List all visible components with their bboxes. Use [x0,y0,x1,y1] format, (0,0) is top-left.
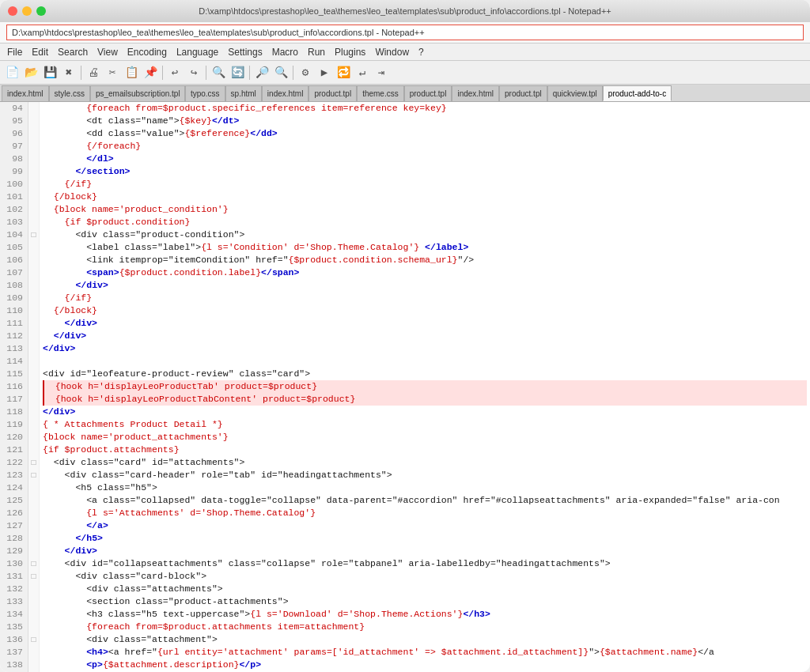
fold-marker[interactable] [28,115,39,127]
menu-item-plugins[interactable]: Plugins [331,46,369,59]
menu-item-edit[interactable]: Edit [28,46,52,59]
fold-marker[interactable] [28,368,39,380]
code-line: </div> [43,317,807,330]
copy-btn[interactable]: 📋 [123,64,140,81]
print-btn[interactable]: 🖨 [85,64,102,81]
tab-1[interactable]: style.css [49,85,90,101]
menu-item-settings[interactable]: Settings [224,46,266,59]
fold-marker[interactable] [28,254,39,266]
undo-btn[interactable]: ↩ [166,64,184,81]
zoom-out-btn[interactable]: 🔍 [272,64,290,81]
tab-10[interactable]: product.tpl [499,85,547,101]
tab-0[interactable]: index.html [2,85,49,101]
fold-marker[interactable] [28,659,39,671]
fold-marker[interactable] [28,127,39,140]
cut-btn[interactable]: ✂ [104,64,121,81]
indent-btn[interactable]: ⇥ [373,64,390,81]
menu-item-macro[interactable]: Macro [268,46,302,59]
gutter: 9495969798991001011021031041051061071081… [0,102,40,672]
fold-marker[interactable] [28,393,39,406]
line-number: 114 [3,355,23,368]
tab-4[interactable]: sp.html [225,85,262,101]
replace-btn[interactable]: 🔄 [229,64,246,81]
fold-marker[interactable] [28,481,39,494]
fold-marker[interactable] [28,342,39,355]
open-file-btn[interactable]: 📂 [22,64,40,81]
minimize-button[interactable] [22,6,32,16]
run-btn[interactable]: ▶ [316,64,333,81]
fold-marker[interactable] [28,494,39,507]
fold-marker[interactable] [28,431,39,444]
maximize-button[interactable] [36,6,46,16]
menu-item-file[interactable]: File [3,46,26,59]
fold-marker[interactable] [28,241,39,254]
fold-marker[interactable] [28,304,39,317]
fold-marker[interactable] [28,532,39,545]
title-bar: D:\xamp\htdocs\prestashop\leo_tea\themes… [0,0,810,22]
fold-marker[interactable] [28,178,39,191]
fold-marker[interactable] [28,279,39,292]
code-content[interactable]: {foreach from=$product.specific_referenc… [40,102,810,672]
tab-7[interactable]: theme.css [357,85,404,101]
fold-marker[interactable] [28,608,39,621]
fold-marker[interactable] [28,203,39,216]
menu-item-language[interactable]: Language [172,46,222,59]
zoom-in-btn[interactable]: 🔎 [253,64,271,81]
fold-marker[interactable] [28,292,39,304]
tab-8[interactable]: product.tpl [404,85,452,101]
menu-item-view[interactable]: View [93,46,122,59]
save-btn[interactable]: 💾 [41,64,59,81]
menu-item-search[interactable]: Search [54,46,92,59]
fold-marker[interactable] [28,153,39,165]
redo-btn[interactable]: ↪ [185,64,202,81]
address-input[interactable] [6,25,804,40]
fold-marker[interactable] [28,519,39,532]
tab-3[interactable]: typo.css [185,85,225,101]
close-button[interactable] [8,6,17,16]
fold-marker[interactable] [28,330,39,342]
fold-marker[interactable] [28,418,39,431]
fold-marker[interactable]: □ [28,570,39,583]
find-btn[interactable]: 🔍 [210,64,227,81]
fold-marker[interactable] [28,406,39,418]
editor-scroll[interactable]: 9495969798991001011021031041051061071081… [0,102,810,672]
fold-marker[interactable] [28,646,39,659]
tab-11[interactable]: quickview.tpl [547,85,603,101]
fold-marker[interactable] [28,380,39,393]
sync-btn[interactable]: 🔁 [335,64,352,81]
fold-marker[interactable] [28,545,39,557]
paste-btn[interactable]: 📌 [142,64,159,81]
fold-marker[interactable] [28,191,39,203]
fold-marker[interactable] [28,266,39,279]
new-file-btn[interactable]: 📄 [3,64,21,81]
tab-12[interactable]: product-add-to-c [603,85,672,101]
fold-marker[interactable] [28,102,39,115]
menu-item-?[interactable]: ? [414,46,428,59]
fold-marker[interactable]: □ [28,456,39,469]
fold-marker[interactable] [28,165,39,178]
fold-marker[interactable] [28,140,39,153]
fold-marker[interactable] [28,595,39,608]
fold-marker[interactable]: □ [28,633,39,646]
fold-marker[interactable] [28,507,39,519]
tab-5[interactable]: index.html [262,85,309,101]
close-btn[interactable]: ✖ [60,64,78,81]
fold-marker[interactable]: □ [28,469,39,481]
menu-item-run[interactable]: Run [304,46,329,59]
fold-marker[interactable] [28,216,39,228]
menu-item-window[interactable]: Window [371,46,413,59]
fold-marker[interactable] [28,317,39,330]
fold-marker[interactable] [28,583,39,595]
wordwrap-btn[interactable]: ↵ [354,64,371,81]
tab-9[interactable]: index.html [452,85,499,101]
tab-2[interactable]: ps_emailsubscription.tpl [90,85,185,101]
fold-marker[interactable] [28,355,39,368]
fold-marker[interactable] [28,621,39,633]
fold-marker[interactable]: □ [28,228,39,241]
menu-item-encoding[interactable]: Encoding [123,46,171,59]
fold-marker[interactable]: □ [28,557,39,570]
fold-marker[interactable] [28,444,39,456]
macro-btn[interactable]: ⚙ [297,64,314,81]
tab-6[interactable]: product.tpl [308,85,357,101]
line-number: 125 [3,494,23,507]
